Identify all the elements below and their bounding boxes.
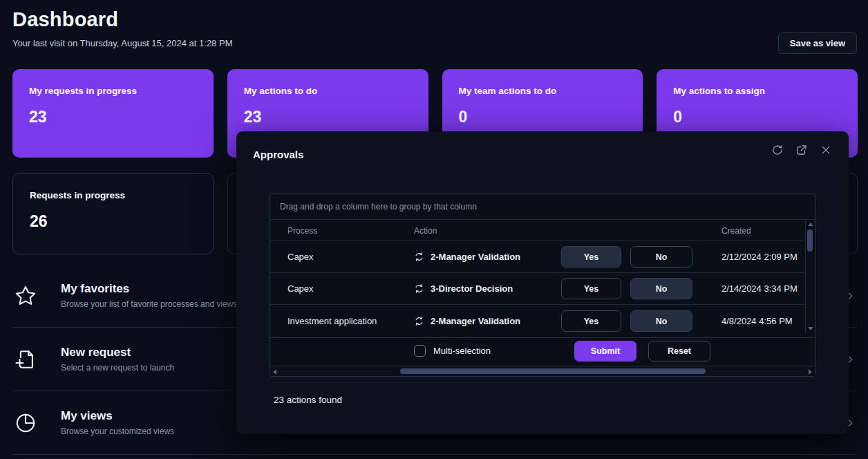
group-by-drop-zone[interactable]: Drag and drop a column here to group by … bbox=[270, 194, 815, 220]
sync-icon bbox=[414, 252, 424, 262]
star-icon bbox=[14, 284, 44, 308]
vertical-scroll-thumb[interactable] bbox=[807, 230, 813, 252]
stat-card-value: 23 bbox=[244, 108, 412, 127]
card-value: 26 bbox=[30, 212, 196, 231]
process-cell: Investment application bbox=[270, 316, 414, 326]
vertical-scrollbar[interactable] bbox=[805, 220, 815, 333]
save-as-view-button[interactable]: Save as view bbox=[778, 32, 857, 54]
process-cell: Capex bbox=[270, 283, 414, 294]
multi-selection-checkbox[interactable] bbox=[414, 345, 426, 357]
stat-card-value: 0 bbox=[459, 108, 627, 127]
open-in-new-icon[interactable] bbox=[794, 142, 809, 158]
scroll-down-icon[interactable] bbox=[808, 327, 813, 330]
scroll-up-icon[interactable] bbox=[808, 223, 813, 226]
action-cell: 2-Manager Validation bbox=[414, 316, 561, 326]
modal-header-actions bbox=[770, 142, 833, 158]
menu-item-title: New request bbox=[61, 346, 174, 359]
file-plus-icon bbox=[14, 348, 44, 371]
multi-selection-label: Multi-selection bbox=[433, 346, 491, 356]
no-button[interactable]: No bbox=[630, 278, 692, 299]
approvals-grid-panel: Drag and drop a column here to group by … bbox=[270, 194, 815, 377]
page-title: Dashboard bbox=[12, 8, 232, 31]
reset-button[interactable]: Reset bbox=[648, 341, 710, 362]
menu-item-description: Browse your customized views bbox=[61, 427, 174, 436]
card-label: Requests in progress bbox=[30, 190, 196, 200]
page-header: Dashboard Your last visit on Thursday, A… bbox=[12, 8, 232, 48]
modal-title: Approvals bbox=[253, 149, 303, 160]
card-requests-in-progress[interactable]: Requests in progress 26 bbox=[12, 173, 214, 254]
stat-card-label: My requests in progress bbox=[29, 86, 197, 96]
column-header-process[interactable]: Process bbox=[287, 226, 317, 236]
menu-item-title: My views bbox=[61, 409, 174, 423]
action-label: 2-Manager Validation bbox=[431, 252, 520, 262]
yes-button[interactable]: Yes bbox=[561, 278, 621, 299]
created-cell: 4/8/2024 4:56 PM bbox=[721, 316, 793, 326]
scroll-right-icon[interactable] bbox=[809, 369, 812, 375]
menu-item-title: My favorites bbox=[61, 282, 237, 296]
menu-item-text: My views Browse your customized views bbox=[61, 409, 174, 436]
pie-chart-icon bbox=[14, 411, 44, 435]
created-cell: 2/12/2024 2:09 PM bbox=[721, 252, 798, 262]
submit-button[interactable]: Submit bbox=[574, 341, 636, 362]
last-visit-text: Your last visit on Thursday, August 15, … bbox=[12, 38, 232, 48]
scroll-left-icon[interactable] bbox=[273, 369, 276, 375]
stat-card-label: My actions to do bbox=[244, 86, 412, 96]
menu-item-description: Select a new request to launch bbox=[61, 363, 174, 373]
horizontal-scroll-thumb[interactable] bbox=[400, 368, 706, 374]
stat-card-label: My team actions to do bbox=[459, 86, 627, 96]
process-cell: Capex bbox=[270, 252, 414, 262]
approvals-modal: Approvals Drag and drop a column here to… bbox=[236, 131, 849, 434]
horizontal-scrollbar[interactable] bbox=[270, 366, 815, 376]
created-cell: 2/14/2024 3:34 PM bbox=[721, 283, 798, 294]
yes-button[interactable]: Yes bbox=[561, 310, 621, 332]
sync-icon bbox=[414, 283, 424, 294]
refresh-icon[interactable] bbox=[770, 142, 785, 158]
yes-button[interactable]: Yes bbox=[561, 246, 621, 268]
stat-card-label: My actions to assign bbox=[673, 86, 841, 96]
sync-icon bbox=[414, 316, 424, 326]
table-row[interactable]: Capex 3-Director Decision Yes No 2/14/20… bbox=[270, 273, 815, 305]
actions-found-status: 23 actions found bbox=[274, 395, 342, 405]
column-header-action[interactable]: Action bbox=[414, 226, 437, 236]
grid-footer-row: Multi-selection Submit Reset bbox=[270, 337, 815, 364]
action-cell: 3-Director Decision bbox=[414, 283, 561, 294]
grid-header-row: Process Action Created bbox=[270, 220, 815, 241]
menu-item-text: New request Select a new request to laun… bbox=[61, 346, 174, 373]
no-button[interactable]: No bbox=[630, 246, 692, 268]
table-row[interactable]: Capex 2-Manager Validation Yes No 2/12/2… bbox=[270, 241, 815, 273]
stat-card-value: 0 bbox=[673, 108, 841, 127]
column-header-created[interactable]: Created bbox=[721, 226, 751, 236]
no-button[interactable]: No bbox=[630, 310, 692, 332]
stat-card-my-requests[interactable]: My requests in progress 23 bbox=[12, 69, 214, 158]
close-icon[interactable] bbox=[818, 142, 833, 158]
menu-item-text: My favorites Browse your list of favorit… bbox=[61, 282, 237, 309]
stat-card-value: 23 bbox=[29, 108, 197, 127]
action-label: 2-Manager Validation bbox=[431, 316, 520, 326]
menu-item-description: Browse your list of favorite processes a… bbox=[61, 299, 237, 309]
table-row[interactable]: Investment application 2-Manager Validat… bbox=[270, 305, 815, 337]
action-cell: 2-Manager Validation bbox=[414, 252, 561, 262]
action-label: 3-Director Decision bbox=[431, 283, 513, 294]
